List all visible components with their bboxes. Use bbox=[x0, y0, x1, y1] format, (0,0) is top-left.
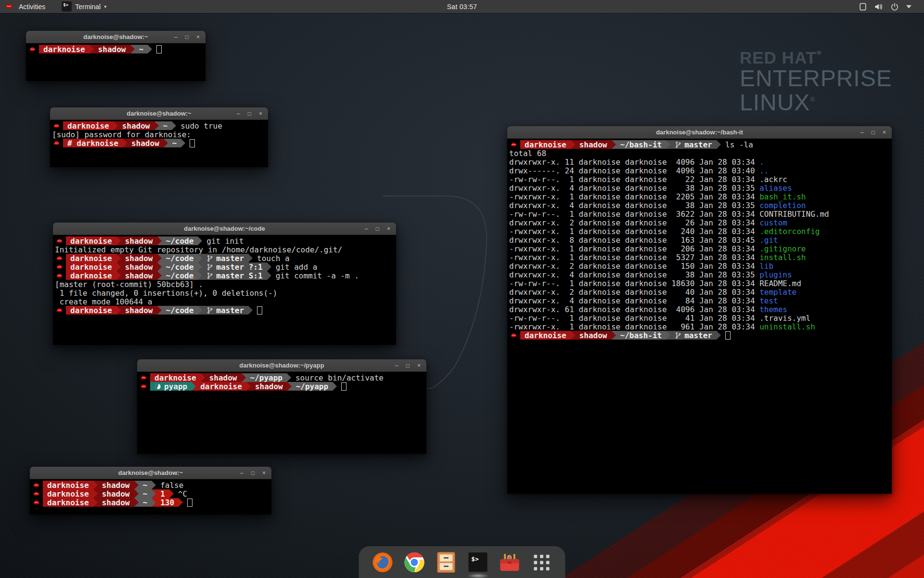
terminal-window-t2[interactable]: darknoise@shadow:~–□×darknoiseshadow~sud… bbox=[50, 107, 268, 167]
window-close-button[interactable]: × bbox=[259, 111, 262, 117]
dock-item-app-grid[interactable] bbox=[530, 551, 553, 574]
window-titlebar[interactable]: darknoise@shadow:~/bash-it–□× bbox=[507, 126, 892, 139]
prompt-separator-icon bbox=[93, 481, 98, 489]
branch-icon bbox=[675, 141, 681, 148]
chevron-down-icon[interactable] bbox=[906, 3, 911, 11]
terminal-screen[interactable]: darknoiseshadow~falsedarknoiseshadow~1^C… bbox=[30, 479, 271, 514]
prompt-separator-icon bbox=[130, 45, 135, 53]
window-minimize-button[interactable]: – bbox=[860, 130, 864, 135]
terminal-line: drwxrwxr-x. 4 darknoise darknoise 38 Jan… bbox=[509, 201, 892, 210]
terminal-screen[interactable]: darknoiseshadow~/codegit initInitialized… bbox=[53, 235, 396, 345]
python-icon bbox=[154, 383, 161, 390]
prompt-separator-icon bbox=[172, 121, 176, 130]
window-titlebar[interactable]: darknoise@shadow:~–□× bbox=[50, 107, 268, 120]
terminal-screen[interactable]: darknoiseshadow~ bbox=[26, 43, 205, 81]
activities-button[interactable]: Activities bbox=[17, 3, 47, 11]
window-close-button[interactable]: × bbox=[196, 34, 200, 40]
terminal-line: darknoiseshadow~/codegit init bbox=[55, 236, 396, 245]
terminal-line: drwxrwxr-x. 2 darknoise darknoise 26 Jan… bbox=[509, 218, 892, 227]
window-maximize-button[interactable]: □ bbox=[872, 130, 875, 135]
output-text: [master (root-commit) 50bcb63] . bbox=[55, 280, 203, 289]
prompt-segment: darknoise bbox=[66, 306, 116, 315]
dock-item-toolbox[interactable] bbox=[499, 551, 521, 574]
window-minimize-button[interactable]: – bbox=[395, 363, 398, 368]
window-close-button[interactable]: × bbox=[883, 130, 886, 135]
terminal-line: 1 file changed, 0 insertions(+), 0 delet… bbox=[55, 289, 396, 297]
terminal-window-t6[interactable]: darknoise@shadow:~/bash-it–□×darknoisesh… bbox=[507, 126, 892, 494]
window-minimize-button[interactable]: – bbox=[237, 111, 240, 117]
battery-icon[interactable] bbox=[859, 3, 867, 11]
prompt-segment: darknoise bbox=[43, 498, 93, 507]
window-titlebar[interactable]: darknoise@shadow:~–□× bbox=[26, 31, 205, 43]
command-text: source bin/activate bbox=[295, 373, 384, 382]
redhat-icon bbox=[56, 307, 63, 314]
terminal-cursor bbox=[187, 499, 192, 507]
file-name: .gitignore bbox=[759, 244, 806, 253]
window-maximize-button[interactable]: □ bbox=[248, 111, 251, 117]
window-minimize-button[interactable]: – bbox=[240, 470, 244, 476]
file-name: completion bbox=[759, 201, 806, 210]
window-maximize-button[interactable]: □ bbox=[251, 470, 255, 476]
prompt-segment: shadow bbox=[127, 139, 164, 147]
app-menu[interactable]: $> Terminal ▾ bbox=[62, 1, 106, 12]
output-text: -rwxrwxr-x. 1 darknoise darknoise 206 Ja… bbox=[509, 244, 759, 253]
window-maximize-button[interactable]: □ bbox=[376, 226, 379, 232]
window-minimize-button[interactable]: – bbox=[365, 226, 368, 232]
window-title: darknoise@shadow:~ bbox=[118, 469, 183, 476]
window-maximize-button[interactable]: □ bbox=[185, 34, 189, 40]
prompt-separator-icon bbox=[287, 382, 292, 391]
prompt-segment: darknoise bbox=[66, 236, 116, 245]
window-close-button[interactable]: × bbox=[262, 470, 266, 476]
command-text: git add a bbox=[276, 263, 318, 272]
dock-item-firefox[interactable] bbox=[372, 551, 394, 574]
terminal-window-t1[interactable]: darknoise@shadow:~–□×darknoiseshadow~ bbox=[26, 31, 205, 81]
prompt-segment: shadow bbox=[121, 263, 157, 271]
terminal-line: drwxrwxr-x. 4 darknoise darknoise 38 Jan… bbox=[509, 184, 892, 192]
window-titlebar[interactable]: darknoise@shadow:~/pyapp–□× bbox=[137, 359, 426, 372]
prompt-segment: darknoise bbox=[196, 382, 246, 391]
terminal-line: drwxrwxr-x. 4 darknoise darknoise 84 Jan… bbox=[509, 296, 892, 305]
file-name: . bbox=[759, 158, 764, 167]
terminal-screen[interactable]: darknoiseshadow~/pyappsource bin/activat… bbox=[137, 372, 426, 454]
branch-icon bbox=[206, 272, 213, 279]
terminal-cursor bbox=[341, 382, 346, 391]
dock-item-terminal[interactable]: $> bbox=[467, 551, 489, 574]
redhat-icon bbox=[56, 255, 63, 262]
window-buttons: –□× bbox=[860, 126, 886, 138]
prompt-segment: ~/code bbox=[162, 271, 198, 280]
redhat-icon bbox=[53, 122, 60, 130]
window-maximize-button[interactable]: □ bbox=[406, 363, 410, 368]
prompt-separator-icon bbox=[157, 254, 162, 263]
system-status-area[interactable] bbox=[859, 3, 924, 11]
prompt-segment: master ?:1 bbox=[202, 263, 267, 271]
power-icon[interactable] bbox=[890, 3, 899, 11]
file-name: CONTRIBUTING.md bbox=[759, 210, 829, 219]
command-text: touch a bbox=[257, 254, 289, 263]
dock-item-chrome[interactable] bbox=[403, 551, 426, 574]
terminal-line: darknoiseshadow~/pyappsource bin/activat… bbox=[139, 373, 426, 382]
prompt-separator-icon bbox=[571, 331, 575, 340]
prompt-segment: shadow bbox=[121, 271, 157, 280]
dock-item-files[interactable] bbox=[435, 551, 458, 574]
window-titlebar[interactable]: darknoise@shadow:~/code–□× bbox=[53, 223, 396, 235]
terminal-window-t3[interactable]: darknoise@shadow:~/code–□×darknoiseshado… bbox=[53, 223, 396, 345]
prompt-separator-icon bbox=[666, 140, 670, 149]
terminal-screen[interactable]: darknoiseshadow~sudo true[sudo] password… bbox=[50, 120, 268, 167]
terminal-line: darknoiseshadow~ bbox=[28, 45, 205, 53]
clock[interactable]: Sat 03:57 bbox=[447, 0, 477, 13]
prompt-segment: shadow bbox=[575, 140, 612, 149]
window-minimize-button[interactable]: – bbox=[174, 34, 178, 40]
volume-icon[interactable] bbox=[874, 3, 883, 11]
redhat-icon bbox=[33, 499, 40, 506]
rhel-logo-linux: LINUX® bbox=[740, 91, 892, 115]
terminal-window-t4[interactable]: darknoise@shadow:~/pyapp–□×darknoiseshad… bbox=[137, 359, 426, 454]
window-close-button[interactable]: × bbox=[387, 226, 390, 232]
prompt-separator-icon bbox=[198, 263, 202, 271]
terminal-screen[interactable]: darknoiseshadow~/bash-itmasterls -latota… bbox=[507, 139, 892, 494]
window-titlebar[interactable]: darknoise@shadow:~–□× bbox=[30, 467, 271, 479]
terminal-window-t5[interactable]: darknoise@shadow:~–□×darknoiseshadow~fal… bbox=[30, 467, 271, 514]
window-close-button[interactable]: × bbox=[417, 363, 421, 368]
toolbox-icon bbox=[499, 551, 521, 574]
terminal-line: darknoiseshadow~/codemaster S:1git commi… bbox=[55, 271, 396, 280]
prompt-segment: master bbox=[670, 140, 717, 149]
